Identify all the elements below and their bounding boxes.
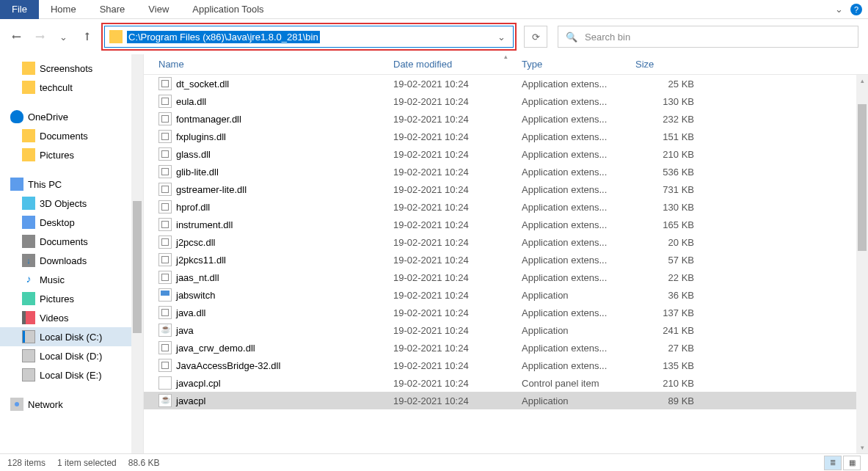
- file-row[interactable]: dt_socket.dll19-02-2021 10:24Application…: [144, 75, 868, 92]
- file-row[interactable]: j2pcsc.dll19-02-2021 10:24Application ex…: [144, 233, 868, 251]
- nav-techcult[interactable]: techcult: [0, 78, 143, 97]
- status-bar: 128 items 1 item selected 88.6 KB ≣ ▦: [0, 453, 868, 471]
- file-row[interactable]: instrument.dll19-02-2021 10:24Applicatio…: [144, 216, 868, 233]
- file-date: 19-02-2021 10:24: [393, 237, 522, 248]
- file-list[interactable]: dt_socket.dll19-02-2021 10:24Application…: [144, 75, 868, 453]
- file-size: 210 KB: [635, 149, 701, 160]
- file-size: 22 KB: [635, 272, 701, 283]
- file-name: JavaAccessBridge-32.dll: [176, 360, 393, 371]
- file-row[interactable]: javacpl19-02-2021 10:24Application89 KB: [144, 392, 868, 409]
- nav-desktop[interactable]: Desktop: [0, 213, 143, 232]
- forward-button[interactable]: 🠖: [29, 26, 50, 47]
- file-row[interactable]: jaas_nt.dll19-02-2021 10:24Application e…: [144, 269, 868, 286]
- file-row[interactable]: glib-lite.dll19-02-2021 10:24Application…: [144, 163, 868, 180]
- file-icon: [158, 130, 172, 143]
- file-type: Application extens...: [522, 78, 635, 90]
- file-name: java.dll: [176, 307, 393, 318]
- file-row[interactable]: j2pkcs11.dll19-02-2021 10:24Application …: [144, 251, 868, 269]
- folder-icon: [22, 62, 35, 75]
- nav-documents[interactable]: Documents: [0, 232, 143, 251]
- nav-3d-objects[interactable]: 3D Objects: [0, 194, 143, 213]
- scroll-down-icon[interactable]: ▾: [856, 442, 868, 453]
- disk-icon: [22, 330, 35, 343]
- file-row[interactable]: fontmanager.dll19-02-2021 10:24Applicati…: [144, 110, 868, 128]
- file-row[interactable]: hprof.dll19-02-2021 10:24Application ext…: [144, 198, 868, 216]
- folder-icon: [109, 30, 123, 43]
- file-size: 130 KB: [635, 96, 701, 107]
- nav-local-disk-c[interactable]: Local Disk (C:): [0, 327, 143, 346]
- file-size: 241 KB: [635, 325, 701, 336]
- file-date: 19-02-2021 10:24: [393, 290, 522, 301]
- file-row[interactable]: java.dll19-02-2021 10:24Application exte…: [144, 304, 868, 321]
- file-name: javacpl: [176, 395, 393, 406]
- tab-file[interactable]: File: [0, 0, 39, 19]
- nav-onedrive-pictures[interactable]: Pictures: [0, 145, 143, 164]
- nav-this-pc[interactable]: This PC: [0, 175, 143, 194]
- file-row[interactable]: gstreamer-lite.dll19-02-2021 10:24Applic…: [144, 180, 868, 198]
- nav-videos[interactable]: Videos: [0, 308, 143, 327]
- tab-share[interactable]: Share: [88, 1, 137, 18]
- disk-icon: [22, 368, 35, 381]
- nav-onedrive-documents[interactable]: Documents: [0, 126, 143, 145]
- file-name: instrument.dll: [176, 219, 393, 230]
- up-button[interactable]: 🠕: [76, 26, 97, 47]
- file-scrollbar[interactable]: ▴ ▾: [856, 75, 868, 453]
- file-row[interactable]: fxplugins.dll19-02-2021 10:24Application…: [144, 128, 868, 145]
- file-date: 19-02-2021 10:24: [393, 219, 522, 230]
- nav-local-disk-d[interactable]: Local Disk (D:): [0, 346, 143, 365]
- nav-network[interactable]: Network: [0, 395, 143, 414]
- file-icon: [158, 165, 172, 178]
- file-type: Application: [522, 395, 635, 406]
- nav-music[interactable]: Music: [0, 270, 143, 289]
- column-size[interactable]: Size: [635, 59, 701, 70]
- file-row[interactable]: java19-02-2021 10:24Application241 KB: [144, 321, 868, 339]
- file-row[interactable]: javacpl.cpl19-02-2021 10:24Control panel…: [144, 374, 868, 392]
- file-row[interactable]: jabswitch19-02-2021 10:24Application36 K…: [144, 286, 868, 304]
- search-input[interactable]: 🔍 Search bin: [558, 26, 858, 48]
- navigation-pane[interactable]: Screenshots techcult OneDrive Documents …: [0, 54, 144, 453]
- pictures-icon: [22, 292, 35, 305]
- file-type: Application extens...: [522, 131, 635, 142]
- nav-pictures[interactable]: Pictures: [0, 289, 143, 308]
- refresh-button[interactable]: ⟳: [524, 26, 547, 48]
- file-size: 137 KB: [635, 307, 701, 318]
- nav-local-disk-e[interactable]: Local Disk (E:): [0, 365, 143, 384]
- file-size: 130 KB: [635, 202, 701, 213]
- address-dropdown-icon[interactable]: ⌄: [495, 32, 508, 43]
- nav-downloads[interactable]: Downloads: [0, 251, 143, 270]
- file-size: 57 KB: [635, 255, 701, 266]
- recent-dropdown-icon[interactable]: ⌄: [53, 26, 73, 47]
- help-icon[interactable]: ?: [850, 4, 862, 15]
- file-row[interactable]: eula.dll19-02-2021 10:24Application exte…: [144, 92, 868, 110]
- ribbon-collapse-icon[interactable]: ⌄: [828, 4, 850, 15]
- nav-onedrive[interactable]: OneDrive: [0, 107, 143, 126]
- address-bar[interactable]: C:\Program Files (x86)\Java\jre1.8.0_281…: [104, 26, 514, 48]
- back-button[interactable]: 🠔: [6, 26, 26, 47]
- tab-home[interactable]: Home: [39, 1, 88, 18]
- nav-screenshots[interactable]: Screenshots: [0, 59, 143, 78]
- scrollbar-thumb[interactable]: [133, 201, 142, 333]
- file-row[interactable]: JavaAccessBridge-32.dll19-02-2021 10:24A…: [144, 357, 868, 374]
- file-type: Application extens...: [522, 219, 635, 230]
- tab-view[interactable]: View: [136, 1, 180, 18]
- address-path[interactable]: C:\Program Files (x86)\Java\jre1.8.0_281…: [127, 31, 320, 43]
- view-large-icons-button[interactable]: ▦: [843, 456, 861, 470]
- column-date[interactable]: Date modified: [393, 59, 522, 70]
- file-icon: [158, 271, 172, 284]
- file-name: jabswitch: [176, 290, 393, 301]
- column-name[interactable]: Name: [158, 59, 393, 70]
- file-size: 27 KB: [635, 343, 701, 354]
- file-date: 19-02-2021 10:24: [393, 149, 522, 160]
- file-icon: [158, 306, 172, 319]
- file-row[interactable]: java_crw_demo.dll19-02-2021 10:24Applica…: [144, 339, 868, 357]
- file-name: glib-lite.dll: [176, 167, 393, 178]
- nav-scrollbar[interactable]: [131, 54, 143, 453]
- scrollbar-thumb[interactable]: [858, 104, 867, 251]
- file-icon: [158, 200, 172, 213]
- view-details-button[interactable]: ≣: [824, 456, 842, 470]
- column-type[interactable]: Type: [522, 59, 635, 70]
- file-row[interactable]: glass.dll19-02-2021 10:24Application ext…: [144, 145, 868, 163]
- scroll-up-icon[interactable]: ▴: [856, 75, 868, 87]
- file-type: Application extens...: [522, 272, 635, 283]
- tab-application-tools[interactable]: Application Tools: [180, 1, 275, 18]
